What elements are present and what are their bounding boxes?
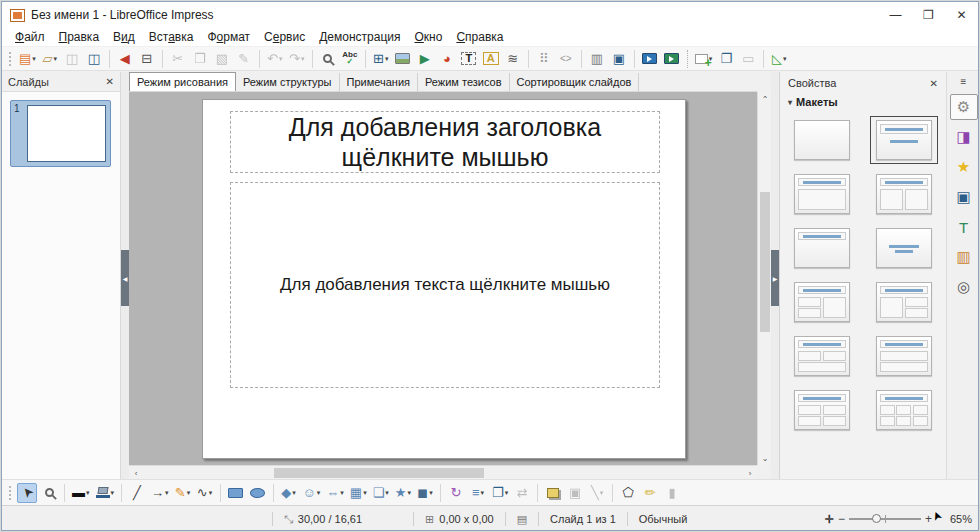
find-and-replace-icon[interactable] xyxy=(318,49,338,69)
glue-points-icon[interactable]: ✏ xyxy=(640,483,660,503)
maximize-button[interactable]: ❐ xyxy=(912,2,945,28)
zoom-out-icon[interactable]: − xyxy=(838,512,845,526)
layout-title-6content[interactable] xyxy=(870,386,938,434)
menu-Демонстрация[interactable]: Демонстрация xyxy=(312,28,407,46)
ellipse-icon[interactable] xyxy=(248,483,268,503)
display-views-icon[interactable]: ▣ xyxy=(609,49,629,69)
styles-icon[interactable]: T xyxy=(950,214,978,240)
master-slides-icon[interactable]: ▣ xyxy=(950,184,978,210)
horizontal-scrollbar[interactable]: ‹ › xyxy=(129,465,757,479)
basic-shapes-icon[interactable]: ◆▾ xyxy=(279,483,299,503)
insert-table-icon[interactable]: ⊞▾ xyxy=(371,49,391,69)
insert-hyperlink-icon[interactable]: ≋ xyxy=(503,49,523,69)
zoom-percentage[interactable]: ➤ 65% xyxy=(936,513,978,525)
object-size-field[interactable]: ⊞ 0,00 x 0,00 xyxy=(419,513,500,526)
layout-title-4content[interactable] xyxy=(788,386,856,434)
tab-Режим рисования[interactable]: Режим рисования xyxy=(129,72,236,91)
distribute-icon[interactable]: ⇄ xyxy=(512,483,532,503)
start-from-first-slide-icon[interactable] xyxy=(640,49,660,69)
layouts-section-header[interactable]: ▾ Макеты xyxy=(780,94,946,110)
fill-color-icon[interactable]: ▾ xyxy=(94,483,117,503)
slide-canvas[interactable]: Для добавления заголовка щёлкните мышью … xyxy=(202,99,686,459)
scroll-up-icon[interactable]: ⌃ xyxy=(758,92,772,106)
flowchart-shapes-icon[interactable]: ▦▾ xyxy=(348,483,369,503)
menu-Вставка[interactable]: Вставка xyxy=(142,28,201,46)
layout-title-content[interactable] xyxy=(788,170,856,218)
insert-media-icon[interactable]: ▶ xyxy=(415,49,435,69)
menu-Сервис[interactable]: Сервис xyxy=(257,28,312,46)
image-filter-icon[interactable]: ╲▾ xyxy=(587,483,607,503)
new-slide-icon[interactable]: +▾ xyxy=(693,49,715,69)
tab-Режим структуры[interactable]: Режим структуры xyxy=(236,73,340,91)
menu-Вид[interactable]: Вид xyxy=(106,28,142,46)
save-as-icon[interactable]: ◫ xyxy=(84,49,104,69)
layout-title-subtitle[interactable] xyxy=(870,116,938,164)
rotate-icon[interactable]: ↻ xyxy=(446,483,466,503)
tab-Примечания[interactable]: Примечания xyxy=(340,73,419,91)
slides-panel-close-icon[interactable]: ✕ xyxy=(106,76,114,87)
view-name-field[interactable]: Обычный xyxy=(633,513,694,525)
layout-centered-text[interactable] xyxy=(870,224,938,272)
menu-Правка[interactable]: Правка xyxy=(52,28,107,46)
star-shapes-icon[interactable]: ★▾ xyxy=(393,483,413,503)
rectangle-icon[interactable] xyxy=(226,483,246,503)
export-pdf-icon[interactable]: ◀ xyxy=(115,49,135,69)
crop-image-icon[interactable]: ▣ xyxy=(565,483,585,503)
layout-title-content-2content[interactable] xyxy=(870,278,938,326)
connectors-icon[interactable]: ∿▾ xyxy=(195,483,215,503)
modified-status[interactable]: ▤ xyxy=(511,513,533,526)
curves-and-polygons-icon[interactable]: ✎▾ xyxy=(173,483,193,503)
animation-icon[interactable]: ★ xyxy=(950,154,978,180)
layout-title-2content-over-content[interactable] xyxy=(788,332,856,380)
slide-count-field[interactable]: Слайд 1 из 1 xyxy=(544,513,622,525)
menu-Файл[interactable]: Файл xyxy=(8,28,52,46)
body-placeholder[interactable]: Для добавления текста щёлкните мышью xyxy=(230,182,660,388)
delete-slide-icon[interactable]: ▭ xyxy=(738,49,758,69)
open-file-icon[interactable]: ▱▾ xyxy=(40,49,60,69)
snap-guides-icon[interactable]: <> xyxy=(556,49,576,69)
layout-blank[interactable] xyxy=(788,116,856,164)
fit-slide-icon[interactable]: ✛ xyxy=(825,513,834,526)
menu-Формат[interactable]: Формат xyxy=(200,28,257,46)
shadow-icon[interactable] xyxy=(543,483,563,503)
tab-Сортировщик слайдов[interactable]: Сортировщик слайдов xyxy=(510,73,640,91)
undo-icon[interactable]: ↶▾ xyxy=(265,49,285,69)
line-style-icon[interactable]: ▬▾ xyxy=(70,483,92,503)
sidebar-splitter-handle[interactable]: ▶ xyxy=(771,250,779,306)
start-from-current-slide-icon[interactable] xyxy=(662,49,682,69)
layout-title-content-over-content[interactable] xyxy=(870,332,938,380)
zoom-slider-track[interactable] xyxy=(849,518,921,520)
display-grid-icon[interactable]: ⠿ xyxy=(534,49,554,69)
duplicate-slide-icon[interactable]: ❐ xyxy=(716,49,736,69)
title-placeholder[interactable]: Для добавления заголовка щёлкните мышью xyxy=(230,111,660,173)
layout-title-only[interactable] xyxy=(788,224,856,272)
scroll-right-icon[interactable]: › xyxy=(743,466,757,480)
slide-layout-icon[interactable]: ◺▾ xyxy=(769,49,789,69)
properties-icon[interactable]: ⚙ xyxy=(950,94,978,120)
zoom-pan-icon[interactable] xyxy=(39,483,59,503)
horizontal-scroll-thumb[interactable] xyxy=(274,468,484,478)
scroll-down-icon[interactable]: ⌄ xyxy=(758,451,772,465)
toggle-extrusion-icon[interactable]: ▮ xyxy=(662,483,682,503)
insert-fontwork-icon[interactable]: A xyxy=(481,49,501,69)
3d-objects-icon[interactable]: ◼▾ xyxy=(415,483,435,503)
layout-title-2content[interactable] xyxy=(870,170,938,218)
arrange-objects-icon[interactable]: ❐▾ xyxy=(490,483,510,503)
clone-formatting-icon[interactable]: ✎ xyxy=(234,49,254,69)
paste-icon[interactable]: ▧ xyxy=(212,49,232,69)
block-arrows-icon[interactable]: ⇔▾ xyxy=(324,483,346,503)
callout-shapes-icon[interactable]: ❏▾ xyxy=(371,483,391,503)
align-objects-icon[interactable]: ≡▾ xyxy=(468,483,488,503)
insert-textbox-icon[interactable]: T xyxy=(459,49,479,69)
sidebar-close-icon[interactable]: ✕ xyxy=(930,78,938,89)
sidebar-menu-icon[interactable]: ≡ xyxy=(947,72,979,90)
menu-Справка[interactable]: Справка xyxy=(449,28,510,46)
zoom-slider-handle[interactable] xyxy=(872,514,881,523)
edit-points-icon[interactable]: ⬠ xyxy=(618,483,638,503)
copy-icon[interactable]: ❐ xyxy=(190,49,210,69)
insert-image-icon[interactable] xyxy=(393,49,413,69)
slide-transition-icon[interactable]: ◨ xyxy=(950,124,978,150)
new-presentation-icon[interactable]: ▤▾ xyxy=(17,49,38,69)
vertical-scroll-thumb[interactable] xyxy=(760,192,770,332)
insert-line-icon[interactable]: ╱ xyxy=(127,483,147,503)
